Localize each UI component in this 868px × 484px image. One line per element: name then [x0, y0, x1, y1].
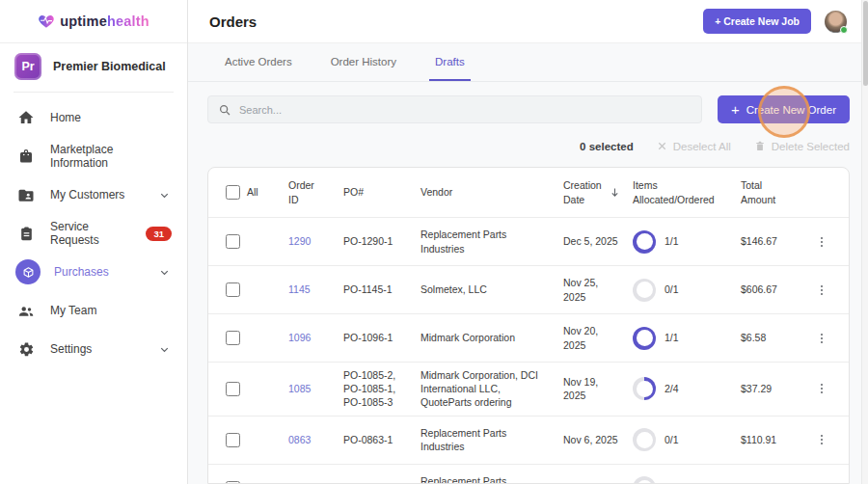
tab-active-orders[interactable]: Active Orders [219, 43, 298, 81]
content: Active Orders Order History Drafts [188, 43, 868, 484]
sidebar-nav: Home Marketplace Information [0, 96, 187, 368]
plus-icon: + [731, 102, 740, 117]
main-area: Orders + Create New Job Active Orders Or… [188, 0, 868, 484]
kebab-icon [815, 432, 828, 447]
order-id-link[interactable]: 1145 [288, 283, 311, 295]
deselect-all-button[interactable]: Deselect All [657, 141, 731, 152]
items-fraction: 1/1 [665, 331, 679, 344]
row-checkbox[interactable] [226, 481, 240, 484]
col-creation-date[interactable]: Creation Date [563, 178, 605, 205]
sidebar-item-my-customers[interactable]: My Customers [0, 175, 187, 214]
order-id-link[interactable]: 1096 [288, 332, 311, 343]
kebab-icon [815, 480, 828, 484]
progress-ring [633, 428, 656, 451]
order-id-link[interactable]: 1290 [288, 235, 311, 247]
chevron-down-icon [158, 343, 172, 356]
col-order-id[interactable]: Order ID [288, 178, 323, 205]
row-checkbox[interactable] [226, 433, 240, 447]
kebab-icon [815, 234, 828, 250]
total-amount: $6.58 [735, 325, 802, 350]
total-amount: $606.67 [735, 277, 802, 302]
sort-down-icon[interactable] [609, 186, 621, 199]
row-checkbox[interactable] [226, 234, 240, 249]
logo-text-uptime: uptime [60, 13, 107, 29]
col-vendor[interactable]: Vendor [420, 179, 552, 204]
table-row: 1145 PO-1145-1 Solmetex, LLC Nov 25, 202… [208, 266, 849, 314]
row-menu-button[interactable] [802, 325, 848, 352]
creation-date: Nov 2, 2025 [552, 475, 629, 484]
service-requests-icon [15, 223, 37, 244]
table-row: 0764 PO-0764-1 Replacement Parts Industr… [208, 465, 849, 484]
table-header-row: All Order ID PO# Vendor Creation Date It… [208, 168, 849, 218]
user-avatar[interactable] [825, 11, 847, 33]
page-title: Orders [209, 13, 257, 30]
trash-icon [754, 140, 766, 152]
creation-date: Nov 19, 2025 [552, 369, 629, 408]
col-po[interactable]: PO# [332, 179, 420, 204]
items-fraction: 0/1 [665, 282, 679, 296]
order-id-link[interactable]: 1085 [288, 383, 311, 394]
sidebar-item-label: Marketplace Information [50, 143, 172, 170]
sidebar-item-purchases[interactable]: Purchases [0, 253, 187, 291]
row-checkbox[interactable] [226, 331, 240, 345]
sidebar-item-service-requests[interactable]: Service Requests 31 [0, 214, 187, 253]
total-amount: $110.91 [735, 427, 802, 452]
creation-date: Nov 25, 2025 [552, 270, 629, 309]
creation-date: Nov 6, 2025 [552, 427, 629, 452]
selected-count: 0 selected [580, 141, 634, 152]
vendor-name: Midmark Corporation, DCI International L… [420, 363, 552, 416]
row-menu-button[interactable] [802, 277, 848, 304]
brand-logo[interactable]: uptimehealth [0, 0, 187, 43]
progress-ring [633, 327, 656, 350]
vendor-name: Replacement Parts Industries [420, 420, 552, 459]
po-number: PO-1290-1 [332, 229, 420, 254]
sidebar-item-home[interactable]: Home [0, 98, 187, 137]
search-box [207, 95, 702, 123]
row-menu-button[interactable] [802, 426, 848, 453]
col-total-amount[interactable]: Total Amount [741, 178, 789, 205]
row-menu-button[interactable] [802, 375, 848, 402]
col-all: All [247, 185, 258, 199]
sidebar-item-marketplace-information[interactable]: Marketplace Information [0, 137, 187, 175]
progress-ring [633, 279, 656, 302]
order-id-link[interactable]: 0863 [288, 434, 311, 445]
selection-toolbar: 0 selected Deselect All [207, 140, 850, 152]
scrollbar-thumb[interactable] [863, 1, 868, 86]
settings-gear-icon [15, 338, 37, 360]
logo-text-health: health [107, 13, 149, 29]
tab-order-history[interactable]: Order History [325, 43, 402, 81]
vendor-name: Solmetex, LLC [420, 277, 552, 302]
col-items-allocated[interactable]: Items Allocated/Ordered [633, 178, 727, 205]
select-all-checkbox[interactable] [226, 185, 240, 200]
orders-page: uptimehealth Pr Premier Biomedical Home [0, 0, 868, 484]
tab-drafts[interactable]: Drafts [429, 43, 471, 81]
row-menu-button[interactable] [802, 229, 848, 255]
kebab-icon [815, 381, 828, 396]
sidebar-item-my-team[interactable]: My Team [0, 291, 187, 330]
row-checkbox[interactable] [226, 382, 240, 396]
create-new-order-button[interactable]: + Create New Order [718, 95, 850, 123]
kebab-icon [815, 331, 828, 346]
progress-ring [633, 377, 656, 400]
table-row: 1085 PO-1085-2, PO-1085-1, PO-1085-3 Mid… [208, 363, 849, 417]
create-new-job-button[interactable]: + Create New Job [703, 9, 811, 34]
orders-table: All Order ID PO# Vendor Creation Date It… [207, 167, 850, 484]
total-amount: $37.29 [735, 376, 802, 401]
table-row: 1290 PO-1290-1 Replacement Parts Industr… [208, 218, 849, 266]
row-checkbox[interactable] [226, 282, 240, 297]
vertical-scrollbar[interactable] [861, 0, 868, 484]
my-customers-icon [15, 184, 37, 205]
search-input[interactable] [239, 104, 692, 116]
delete-selected-button[interactable]: Delete Selected [754, 140, 850, 152]
top-bar: Orders + Create New Job [188, 0, 868, 43]
sidebar-item-label: Settings [50, 342, 145, 356]
search-icon [218, 103, 231, 117]
org-selector[interactable]: Pr Premier Biomedical [0, 43, 187, 92]
row-menu-button[interactable] [802, 474, 848, 484]
total-amount: $221.42 [735, 475, 802, 484]
sidebar: uptimehealth Pr Premier Biomedical Home [0, 0, 188, 484]
purchases-cube-icon [15, 259, 41, 284]
sidebar-item-label: My Customers [50, 188, 145, 202]
marketplace-icon [15, 146, 37, 167]
sidebar-item-settings[interactable]: Settings [0, 330, 187, 368]
